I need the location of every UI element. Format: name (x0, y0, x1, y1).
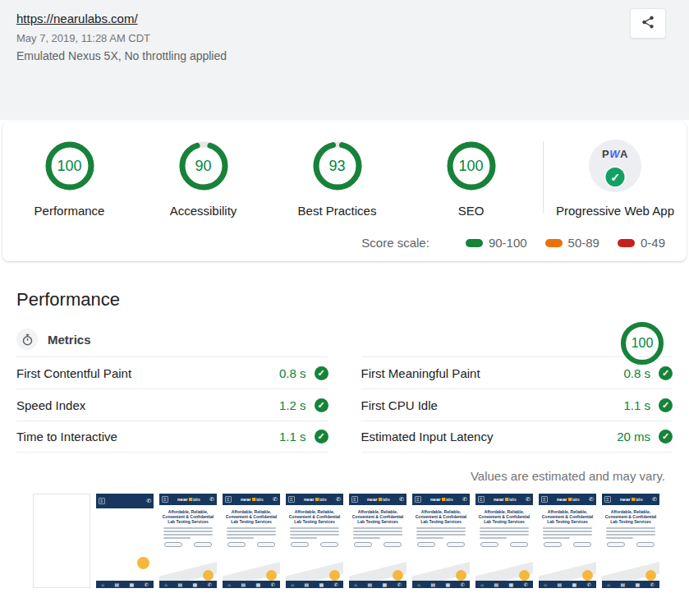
filmstrip-frame-loaded: ≡ nearlabs ✆ Affordable, Reliable, Conve… (223, 494, 280, 588)
thumb-body: Affordable, Reliable, Convenient & Confi… (159, 509, 217, 585)
home-icon: ⌂ (544, 582, 547, 587)
share-button[interactable] (630, 8, 666, 39)
performance-section-score: 100 (619, 320, 665, 366)
calendar-icon: ▦ (446, 582, 451, 587)
thumb-buttons (412, 542, 470, 547)
metric-first-cpu-idle[interactable]: First CPU Idle 1.1 s ✓ (361, 388, 673, 421)
metric-label: First Contentful Paint (16, 366, 279, 380)
home-icon: ⌂ (417, 582, 420, 587)
calendar-icon: ▦ (636, 582, 641, 587)
thumb-footer: ⌂ ▤ ▦ ✆ (412, 581, 470, 588)
metric-label: Speed Index (16, 398, 279, 412)
thumb-text-lines (602, 527, 659, 539)
metric-first-contentful-paint[interactable]: First Contentful Paint 0.8 s ✓ (16, 356, 328, 388)
performance-gauge-ring: 100 (44, 140, 96, 192)
phone-icon: ✆ (397, 582, 402, 587)
thumb-buttons (475, 542, 533, 547)
green-pill-icon (466, 239, 483, 247)
metric-speed-index[interactable]: Speed Index 1.2 s ✓ (16, 388, 328, 421)
metric-estimated-input-latency[interactable]: Estimated Input Latency 20 ms ✓ (361, 421, 673, 453)
filmstrip-frame-loaded: ≡ nearlabs ✆ Affordable, Reliable, Conve… (159, 494, 217, 588)
logo-orange-square (442, 498, 445, 501)
check-icon: ✓ (659, 398, 673, 412)
thumb-headline: Affordable, Reliable, Convenient & Confi… (475, 509, 533, 524)
best-practices-score: 93 (311, 140, 364, 192)
calendar-icon: ▦ (130, 582, 135, 587)
metric-value: 1.1 s (623, 398, 650, 412)
metric-time-to-interactive[interactable]: Time to Interactive 1.1 s ✓ (16, 421, 328, 453)
tested-url-link[interactable]: https://nearulabs.com/ (16, 11, 138, 25)
thumb-text-lines (412, 527, 470, 539)
scores-summary-card: 100 Performance 90 Accessibility 93 (2, 122, 687, 261)
mail-icon: ▤ (620, 582, 625, 587)
seo-score: 100 (445, 140, 498, 192)
metric-label: Estimated Input Latency (361, 430, 618, 444)
nearulabs-logo: nearlabs (430, 497, 453, 502)
accessibility-gauge-ring: 90 (177, 140, 230, 192)
thumb-header: ≡ nearlabs ✆ (159, 494, 217, 505)
menu-icon: ≡ (415, 496, 421, 503)
thumb-header: ≡ ✆ (96, 494, 154, 508)
metric-value: 20 ms (617, 430, 650, 444)
phone-icon: ✆ (524, 582, 528, 587)
pwa-badge-block[interactable]: PWA ✓ Progressive Web App (544, 140, 687, 218)
seo-label: SEO (458, 204, 485, 218)
chat-bubble-icon (329, 570, 340, 581)
phone-icon: ✆ (589, 496, 594, 503)
metric-label: First Meaningful Paint (361, 366, 624, 380)
chat-bubble-icon (645, 570, 656, 581)
gauge-performance[interactable]: 100 Performance (2, 140, 136, 218)
filmstrip-frame-loaded: ≡ nearlabs ✆ Affordable, Reliable, Conve… (602, 494, 659, 588)
performance-section-gauge[interactable]: 100 (619, 320, 665, 366)
home-icon: ⌂ (164, 582, 168, 587)
filmstrip-frame-loaded: ≡ nearlabs ✆ Affordable, Reliable, Conve… (475, 494, 533, 588)
thumb-buttons (602, 542, 659, 547)
check-icon: ✓ (315, 366, 328, 380)
accessibility-score: 90 (177, 140, 230, 192)
mail-icon: ▤ (114, 582, 119, 587)
gauge-seo[interactable]: 100 SEO (404, 140, 538, 218)
thumb-header: ≡ nearlabs ✆ (475, 494, 533, 505)
thumb-header: ≡ nearlabs ✆ (223, 494, 280, 505)
score-scale-label: Score scale: (361, 236, 429, 250)
thumb-text-lines (475, 527, 533, 539)
red-pill-icon (618, 239, 635, 247)
menu-icon: ≡ (351, 496, 358, 503)
calendar-icon: ▦ (509, 582, 514, 587)
nearulabs-logo: nearlabs (241, 497, 264, 502)
nearulabs-logo: nearlabs (494, 497, 517, 502)
report-header: https://nearulabs.com/ May 7, 2019, 11:2… (0, 0, 689, 120)
stopwatch-icon (16, 329, 38, 350)
metric-label: First CPU Idle (361, 398, 624, 412)
check-icon: ✓ (604, 166, 627, 188)
home-icon: ⌂ (354, 582, 357, 587)
logo-orange-square (568, 498, 572, 501)
gauge-best-practices[interactable]: 93 Best Practices (270, 140, 404, 218)
logo-orange-square (505, 498, 508, 501)
mail-icon: ▤ (367, 582, 372, 587)
calendar-icon: ▦ (319, 582, 324, 587)
nearulabs-logo: nearlabs (304, 497, 327, 502)
logo-orange-square (252, 498, 255, 501)
home-icon: ⌂ (227, 582, 231, 587)
filmstrip-frame-loaded: ≡ nearlabs ✆ Affordable, Reliable, Conve… (539, 494, 596, 588)
check-icon: ✓ (659, 430, 673, 444)
phone-icon: ✆ (209, 496, 214, 503)
home-icon: ⌂ (291, 582, 294, 587)
thumb-header: ≡ nearlabs ✆ (539, 494, 596, 505)
phone-icon: ✆ (208, 582, 212, 587)
thumb-footer: ⌂ ▤ ▦ ✆ (602, 581, 659, 588)
phone-icon: ✆ (526, 496, 531, 503)
gauge-accessibility[interactable]: 90 Accessibility (136, 140, 270, 218)
metric-label: Time to Interactive (16, 430, 279, 444)
thumb-body: Affordable, Reliable, Convenient & Confi… (349, 509, 407, 585)
thumb-footer: ⌂ ▤ ▦ ✆ (475, 581, 533, 588)
thumb-header: ≡ nearlabs ✆ (286, 494, 343, 505)
scale-range-pass: 90-100 (466, 236, 527, 250)
metrics-title: Metrics (48, 333, 91, 347)
loading-filmstrip: ≡ ✆ ⌂ ▤ ▦ ✆ ≡ nearlabs ✆ (33, 494, 673, 588)
best-practices-label: Best Practices (298, 204, 377, 218)
nearulabs-logo: nearlabs (367, 497, 390, 502)
accessibility-label: Accessibility (170, 204, 237, 218)
thumb-text-lines (159, 527, 217, 539)
